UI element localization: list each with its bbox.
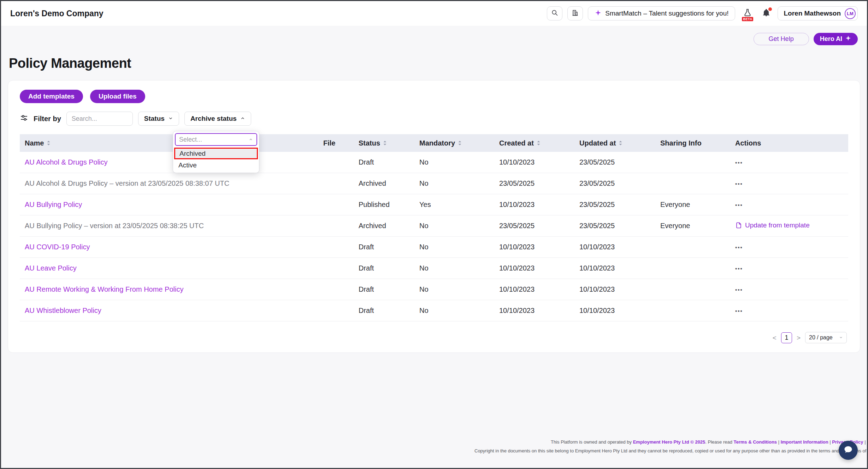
table-row: AU Remote Working & Working From Home Po… (20, 279, 848, 300)
filter-icon (20, 114, 28, 124)
column-header-created-at[interactable]: Created at (494, 139, 574, 147)
row-menu-button[interactable]: ••• (735, 308, 743, 314)
policy-management-page: Loren's Demo Company SmartMatch – Talent… (0, 0, 868, 469)
chat-launcher-button[interactable] (839, 441, 858, 460)
toolbar-buttons: Add templates Upload files (20, 90, 848, 103)
user-name: Loren Mathewson (784, 10, 841, 17)
hero-ai-button[interactable]: Hero AI (814, 33, 858, 45)
created-at-cell: 10/10/2023 (494, 201, 574, 209)
policies-table: NameFileStatusMandatoryCreated atUpdated… (20, 134, 848, 321)
footer-link[interactable]: Employment Hero Pty Ltd © 2025 (633, 439, 705, 445)
dropdown-option-active[interactable]: Active (174, 159, 258, 171)
footer-text: | (828, 439, 832, 445)
update-from-template-label: Update from template (745, 221, 810, 229)
footer-link[interactable]: Terms & Conditions (734, 439, 777, 445)
sort-icon (536, 140, 541, 146)
policy-name-link[interactable]: AU Alcohol & Drugs Policy (20, 158, 318, 166)
row-menu-button[interactable]: ••• (735, 160, 743, 166)
footer-legal-line-2: Copyright in the documents on this site … (474, 448, 868, 453)
column-header-sharing-info: Sharing Info (655, 139, 730, 147)
beta-labs-button[interactable]: BETA (740, 6, 755, 21)
column-header-status[interactable]: Status (354, 139, 414, 147)
smartmatch-banner-button[interactable]: SmartMatch – Talent suggestions for you! (588, 6, 735, 20)
actions-cell: ••• (730, 243, 848, 251)
sparkle-icon (845, 35, 851, 43)
policy-name-link[interactable]: AU Leave Policy (20, 264, 318, 272)
chevron-down-icon (839, 334, 843, 341)
updated-at-cell: 23/05/2025 (574, 201, 655, 209)
archive-status-select-input[interactable]: Select... (175, 133, 257, 146)
footer-link[interactable]: Important Information (781, 439, 828, 445)
sharing-info-cell: Everyone (655, 201, 730, 209)
archive-status-filter-button[interactable]: Archive status (184, 112, 251, 126)
organisation-switcher-button[interactable] (567, 6, 583, 20)
footer-legal-line-1: This Platform is owned and operated by E… (551, 439, 868, 445)
table-row: AU Whistleblower PolicyDraftNo10/10/2023… (20, 300, 848, 321)
column-header-updated-at[interactable]: Updated at (574, 139, 655, 147)
pagination: < 1 > 20 / page (20, 332, 848, 343)
sparkle-icon (595, 9, 602, 18)
actions-cell: ••• (730, 285, 848, 293)
row-menu-button[interactable]: ••• (735, 266, 743, 272)
policy-name-link[interactable]: AU COVID-19 Policy (20, 243, 318, 251)
get-help-button[interactable]: Get Help (754, 33, 809, 45)
add-templates-button[interactable]: Add templates (20, 90, 83, 103)
update-from-template-link[interactable]: Update from template (735, 221, 810, 229)
column-label: Sharing Info (660, 139, 702, 147)
beta-badge: BETA (742, 17, 754, 21)
current-page-button[interactable]: 1 (781, 332, 792, 343)
column-header-mandatory[interactable]: Mandatory (414, 139, 494, 147)
created-at-cell: 23/05/2025 (494, 179, 574, 188)
notification-badge (768, 7, 773, 12)
building-icon (572, 9, 579, 18)
actions-cell: ••• (730, 179, 848, 188)
table-row: AU Leave PolicyDraftNo10/10/202310/10/20… (20, 258, 848, 279)
policy-name-link[interactable]: AU Whistleblower Policy (20, 307, 318, 315)
footer-text: | (863, 439, 867, 445)
upload-files-button[interactable]: Upload files (90, 90, 145, 103)
company-name: Loren's Demo Company (10, 9, 104, 18)
sort-icon (618, 140, 623, 146)
hero-ai-label: Hero AI (820, 35, 842, 43)
sort-icon (383, 140, 387, 146)
search-button[interactable] (547, 6, 562, 20)
notifications-button[interactable] (760, 6, 773, 20)
table-row: AU COVID-19 PolicyDraftNo10/10/202310/10… (20, 237, 848, 258)
search-input[interactable] (66, 112, 133, 126)
table-body: AU Alcohol & Drugs PolicyDraftNo10/10/20… (20, 152, 848, 321)
created-at-cell: 10/10/2023 (494, 243, 574, 251)
mandatory-cell: No (414, 264, 494, 272)
sort-icon (457, 140, 462, 146)
mandatory-cell: No (414, 158, 494, 166)
row-menu-button[interactable]: ••• (735, 244, 743, 250)
row-menu-button[interactable]: ••• (735, 287, 743, 293)
user-menu-button[interactable]: Loren Mathewson LM (778, 6, 858, 20)
row-menu-button[interactable]: ••• (735, 181, 743, 187)
table-row: AU Alcohol & Drugs PolicyDraftNo10/10/20… (20, 152, 848, 173)
row-menu-button[interactable]: ••• (735, 202, 743, 208)
mandatory-cell: No (414, 307, 494, 315)
chevron-down-icon (168, 115, 173, 123)
policy-name-text: AU Alcohol & Drugs Policy – version at 2… (20, 179, 318, 188)
dropdown-option-archived[interactable]: Archived (174, 148, 258, 159)
chat-icon (843, 445, 853, 456)
column-header-name[interactable]: Name (20, 139, 318, 147)
search-icon (551, 9, 558, 18)
chevron-up-icon (249, 136, 253, 143)
policy-name-link[interactable]: AU Remote Working & Working From Home Po… (20, 285, 318, 293)
next-page-button[interactable]: > (797, 334, 801, 341)
archive-status-dropdown-panel: Select... ArchivedActive (173, 131, 259, 173)
page-actions-row: Get Help Hero AI (1, 26, 867, 45)
policy-name-link[interactable]: AU Bullying Policy (20, 201, 318, 209)
select-placeholder: Select... (179, 136, 202, 143)
status-filter-button[interactable]: Status (138, 112, 179, 126)
status-cell: Published (354, 201, 414, 209)
page-size-select[interactable]: 20 / page (805, 332, 847, 343)
sort-icon (46, 140, 51, 146)
dropdown-options-list: ArchivedActive (174, 148, 258, 171)
mandatory-cell: No (414, 243, 494, 251)
status-cell: Archived (354, 179, 414, 188)
updated-at-cell: 23/05/2025 (574, 222, 655, 230)
mandatory-cell: No (414, 179, 494, 188)
previous-page-button[interactable]: < (773, 334, 777, 341)
